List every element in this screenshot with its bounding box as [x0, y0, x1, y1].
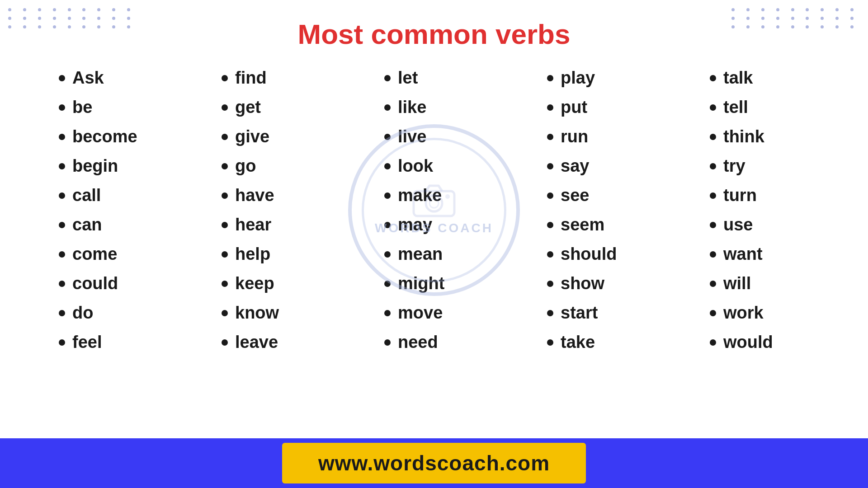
- list-item: like: [384, 98, 484, 117]
- bullet-icon: [222, 251, 228, 258]
- list-item: show: [547, 274, 646, 293]
- bullet-icon: [59, 339, 65, 346]
- bullet-icon: [547, 251, 553, 258]
- list-item: live: [384, 127, 484, 146]
- list-item: look: [384, 156, 484, 176]
- list-item: say: [547, 156, 646, 176]
- bullet-icon: [222, 192, 228, 199]
- list-item: play: [547, 68, 646, 88]
- list-item: let: [384, 68, 484, 88]
- bullet-icon: [710, 281, 716, 287]
- list-item: become: [59, 127, 158, 146]
- list-item: might: [384, 274, 484, 293]
- list-item: know: [222, 303, 321, 323]
- bullet-icon: [710, 75, 716, 81]
- bullet-icon: [59, 104, 65, 111]
- list-item: may: [384, 215, 484, 235]
- bullet-icon: [59, 163, 65, 169]
- bullet-icon: [710, 134, 716, 140]
- bullet-icon: [384, 104, 391, 111]
- list-item: find: [222, 68, 321, 88]
- decorative-dots-top-left: [5, 5, 140, 50]
- list-item: would: [710, 333, 809, 352]
- bullet-icon: [384, 163, 391, 169]
- bullet-icon: [384, 192, 391, 199]
- list-item: make: [384, 186, 484, 205]
- bullet-icon: [547, 310, 553, 316]
- list-item: talk: [710, 68, 809, 88]
- bullet-icon: [384, 310, 391, 316]
- bullet-icon: [710, 104, 716, 111]
- list-item: keep: [222, 274, 321, 293]
- list-item: could: [59, 274, 158, 293]
- list-item: put: [547, 98, 646, 117]
- bullet-icon: [384, 222, 391, 228]
- bullet-icon: [384, 251, 391, 258]
- list-item: run: [547, 127, 646, 146]
- bullet-icon: [222, 104, 228, 111]
- bullet-icon: [547, 339, 553, 346]
- bullet-icon: [547, 104, 553, 111]
- list-item: Ask: [59, 68, 158, 88]
- bullet-icon: [222, 75, 228, 81]
- list-item: will: [710, 274, 809, 293]
- list-item: hear: [222, 215, 321, 235]
- list-item: get: [222, 98, 321, 117]
- verbs-container: Ask be become begin call can come could …: [0, 59, 868, 361]
- bullet-icon: [710, 192, 716, 199]
- bullet-icon: [59, 310, 65, 316]
- list-item: start: [547, 303, 646, 323]
- list-item: give: [222, 127, 321, 146]
- bullet-icon: [222, 310, 228, 316]
- list-item: call: [59, 186, 158, 205]
- verb-column-2: find get give go have hear help keep kno…: [222, 68, 321, 352]
- bullet-icon: [547, 134, 553, 140]
- bullet-icon: [384, 281, 391, 287]
- bullet-icon: [59, 192, 65, 199]
- bullet-icon: [59, 75, 65, 81]
- list-item: do: [59, 303, 158, 323]
- list-item: mean: [384, 244, 484, 264]
- list-item: leave: [222, 333, 321, 352]
- list-item: go: [222, 156, 321, 176]
- list-item: feel: [59, 333, 158, 352]
- bullet-icon: [384, 339, 391, 346]
- bullet-icon: [59, 134, 65, 140]
- bullet-icon: [547, 222, 553, 228]
- verb-column-4: play put run say see seem should show st…: [547, 68, 646, 352]
- list-item: have: [222, 186, 321, 205]
- bullet-icon: [222, 281, 228, 287]
- list-item: tell: [710, 98, 809, 117]
- list-item: should: [547, 244, 646, 264]
- list-item: work: [710, 303, 809, 323]
- bullet-icon: [710, 222, 716, 228]
- list-item: try: [710, 156, 809, 176]
- bullet-icon: [222, 339, 228, 346]
- list-item: turn: [710, 186, 809, 205]
- list-item: move: [384, 303, 484, 323]
- bullet-icon: [547, 192, 553, 199]
- footer: www.wordscoach.com: [0, 438, 868, 488]
- verb-column-5: talk tell think try turn use want will w…: [710, 68, 809, 352]
- bullet-icon: [59, 281, 65, 287]
- bullet-icon: [547, 75, 553, 81]
- bullet-icon: [710, 251, 716, 258]
- list-item: can: [59, 215, 158, 235]
- list-item: think: [710, 127, 809, 146]
- bullet-icon: [222, 134, 228, 140]
- list-item: see: [547, 186, 646, 205]
- verb-column-1: Ask be become begin call can come could …: [59, 68, 158, 352]
- bullet-icon: [710, 339, 716, 346]
- bullet-icon: [59, 251, 65, 258]
- bullet-icon: [384, 134, 391, 140]
- bullet-icon: [384, 75, 391, 81]
- list-item: help: [222, 244, 321, 264]
- list-item: want: [710, 244, 809, 264]
- list-item: seem: [547, 215, 646, 235]
- footer-url: www.wordscoach.com: [282, 443, 586, 483]
- decorative-dots-top-right: [728, 5, 863, 50]
- bullet-icon: [222, 222, 228, 228]
- bullet-icon: [59, 222, 65, 228]
- list-item: be: [59, 98, 158, 117]
- list-item: come: [59, 244, 158, 264]
